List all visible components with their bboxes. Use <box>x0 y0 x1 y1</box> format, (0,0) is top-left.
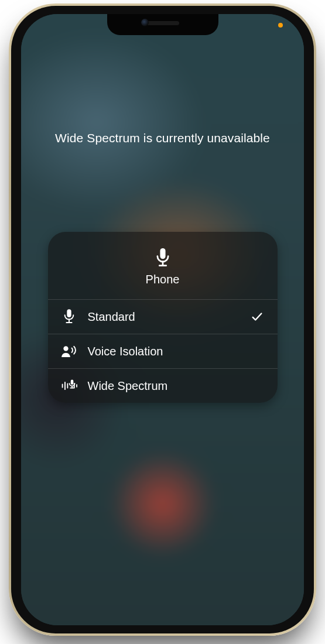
card-title: Phone <box>146 273 180 286</box>
microphone-icon <box>155 248 171 267</box>
voice-isolation-icon <box>61 344 77 359</box>
status-message: Wide Spectrum is currently unavailable <box>21 131 304 145</box>
svg-point-6 <box>63 346 68 351</box>
svg-rect-3 <box>67 309 71 317</box>
phone-bezel: Wide Spectrum is currently unavailable P… <box>11 6 314 633</box>
mic-mode-option-standard[interactable]: Standard <box>48 299 278 334</box>
option-label: Voice Isolation <box>88 345 264 358</box>
mic-mode-card: Phone Standard <box>48 232 278 403</box>
svg-rect-10 <box>70 380 73 385</box>
card-header: Phone <box>48 232 278 299</box>
option-label: Wide Spectrum <box>88 379 264 393</box>
phone-frame: Wide Spectrum is currently unavailable P… <box>9 4 316 636</box>
speaker-grille <box>146 21 179 25</box>
front-camera <box>141 19 149 26</box>
wide-spectrum-icon <box>61 378 77 393</box>
microphone-icon <box>61 309 77 324</box>
notch <box>107 14 218 35</box>
mic-mode-option-wide-spectrum[interactable]: Wide Spectrum <box>48 368 278 403</box>
checkmark-icon <box>251 310 264 323</box>
option-label: Standard <box>88 310 240 324</box>
svg-rect-0 <box>160 248 165 259</box>
mic-in-use-indicator <box>278 23 283 28</box>
mic-mode-option-voice-isolation[interactable]: Voice Isolation <box>48 334 278 368</box>
screen: Wide Spectrum is currently unavailable P… <box>21 14 304 625</box>
